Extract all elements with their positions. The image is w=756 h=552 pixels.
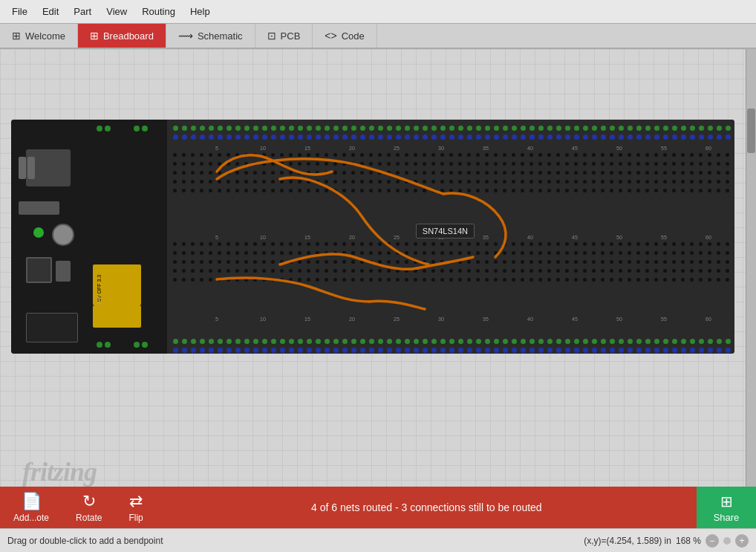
menu-file[interactable]: File bbox=[6, 4, 33, 19]
rail-dot bbox=[333, 348, 339, 353]
bb-hole bbox=[619, 189, 622, 192]
breadboard[interactable]: 5V OFF 3.3 bbox=[11, 120, 734, 354]
flip-button[interactable]: ⇄ Flip bbox=[115, 487, 156, 527]
rail-dot bbox=[280, 339, 285, 344]
bb-hole bbox=[173, 180, 177, 184]
bb-hole bbox=[253, 189, 257, 192]
bb-hole bbox=[182, 189, 186, 192]
welcome-icon: ⊞ bbox=[12, 30, 21, 42]
bb-hole bbox=[699, 189, 703, 192]
bb-hole bbox=[699, 153, 703, 157]
bb-hole bbox=[342, 162, 346, 166]
rail-dot bbox=[601, 339, 606, 344]
bb-hole bbox=[672, 278, 676, 282]
bb-hole bbox=[271, 269, 275, 273]
rail-dot bbox=[289, 134, 294, 140]
bb-hole bbox=[645, 153, 649, 157]
bb-number-label: 15 bbox=[304, 146, 310, 151]
bb-hole bbox=[378, 278, 382, 282]
share-button[interactable]: ⊞ Share bbox=[697, 487, 756, 528]
rail-dot bbox=[173, 126, 178, 131]
rail-dot bbox=[235, 126, 241, 131]
bb-hole bbox=[449, 153, 453, 157]
bb-hole bbox=[476, 171, 480, 175]
bb-hole bbox=[316, 251, 319, 255]
bb-hole bbox=[235, 180, 239, 184]
bb-hole bbox=[458, 242, 462, 246]
bb-hole bbox=[369, 242, 373, 246]
menu-view[interactable]: View bbox=[100, 4, 133, 19]
bb-hole bbox=[494, 162, 498, 166]
bb-hole bbox=[173, 269, 177, 273]
bb-hole bbox=[521, 278, 524, 282]
bb-hole bbox=[271, 189, 275, 192]
bb-hole bbox=[681, 153, 685, 157]
bb-hole bbox=[494, 171, 498, 175]
bb-hole bbox=[601, 153, 605, 157]
bb-hole bbox=[423, 269, 426, 273]
bb-number-label: 50 bbox=[616, 235, 622, 240]
bb-hole bbox=[387, 153, 391, 157]
bb-hole bbox=[351, 153, 355, 157]
menu-routing[interactable]: Routing bbox=[136, 4, 181, 19]
rail-dot bbox=[574, 339, 579, 344]
bb-hole bbox=[503, 189, 506, 192]
rail-dot bbox=[726, 339, 731, 344]
bb-hole bbox=[574, 251, 578, 255]
bb-hole bbox=[307, 180, 310, 184]
rail-dot bbox=[681, 134, 686, 140]
bb-hole bbox=[628, 278, 631, 282]
rail-dot bbox=[726, 134, 731, 140]
rail-dot bbox=[717, 126, 722, 131]
bb-hole bbox=[200, 162, 203, 166]
rail-dot bbox=[414, 339, 419, 344]
menu-edit[interactable]: Edit bbox=[36, 4, 65, 19]
tab-schematic[interactable]: ⟿ Schematic bbox=[166, 24, 255, 48]
bb-hole bbox=[636, 171, 640, 175]
bb-hole bbox=[351, 278, 355, 282]
bb-hole bbox=[521, 242, 524, 246]
bb-hole bbox=[351, 189, 355, 192]
zoom-in-button[interactable]: + bbox=[735, 534, 749, 548]
canvas-area[interactable]: fritzing bbox=[0, 49, 756, 510]
bb-hole bbox=[396, 269, 400, 273]
bb-hole bbox=[431, 180, 435, 184]
bb-hole bbox=[423, 180, 426, 184]
zoom-out-button[interactable]: − bbox=[706, 534, 719, 548]
rail-dot bbox=[173, 339, 178, 344]
rail-dot bbox=[467, 339, 472, 344]
rotate-button[interactable]: ↻ Rotate bbox=[62, 487, 115, 527]
usb-port bbox=[56, 261, 71, 282]
rail-dot bbox=[619, 348, 624, 353]
bb-hole bbox=[289, 242, 293, 246]
tab-breadboard[interactable]: ⊞ Breadboard bbox=[78, 24, 166, 48]
scrollbar-right[interactable] bbox=[746, 49, 756, 510]
tab-welcome[interactable]: ⊞ Welcome bbox=[0, 24, 78, 48]
bb-hole bbox=[726, 251, 729, 255]
bb-hole bbox=[717, 171, 720, 175]
bb-hole bbox=[610, 153, 613, 157]
rail-dot bbox=[592, 339, 597, 344]
bb-hole bbox=[200, 189, 203, 192]
bb-hole bbox=[244, 162, 248, 166]
bb-hole bbox=[476, 162, 480, 166]
scrollbar-thumb[interactable] bbox=[747, 108, 755, 153]
bb-hole bbox=[619, 260, 622, 264]
bb-hole bbox=[645, 269, 649, 273]
bb-hole bbox=[431, 242, 435, 246]
bb-hole bbox=[663, 278, 667, 282]
rail-dot bbox=[503, 126, 508, 131]
add-button[interactable]: 📄 Add...ote bbox=[0, 487, 62, 527]
bb-number-label: 40 bbox=[527, 316, 533, 322]
green-indicators-bot-left bbox=[97, 342, 111, 348]
menu-part[interactable]: Part bbox=[68, 4, 97, 19]
bb-hole bbox=[262, 153, 266, 157]
bb-hole bbox=[360, 180, 364, 184]
rail-dot bbox=[316, 348, 321, 353]
menu-help[interactable]: Help bbox=[184, 4, 216, 19]
bb-number-label: 5 bbox=[215, 235, 218, 240]
bb-hole bbox=[547, 251, 551, 255]
rail-dot bbox=[521, 348, 526, 353]
tab-code[interactable]: <> Code bbox=[313, 24, 377, 48]
tab-pcb[interactable]: ⊡ PCB bbox=[255, 24, 313, 48]
